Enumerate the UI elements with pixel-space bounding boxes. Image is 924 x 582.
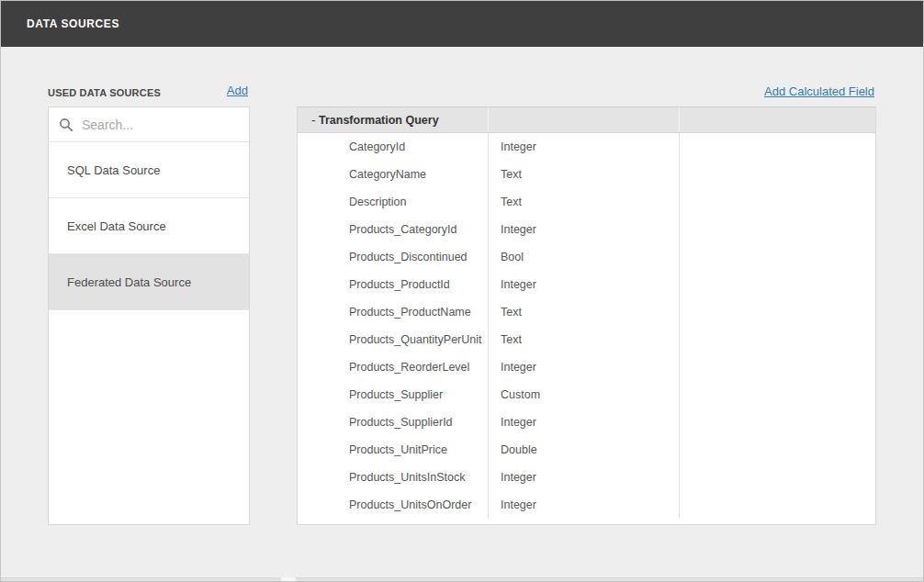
bottom-panel-gap xyxy=(281,577,296,581)
field-type: Custom xyxy=(488,381,679,409)
collapse-icon[interactable]: - xyxy=(298,113,319,128)
field-extra-cell xyxy=(679,133,875,161)
field-extra-cell xyxy=(679,436,875,464)
field-name: Products_Discontinued xyxy=(298,243,488,271)
data-source-label: Excel Data Source xyxy=(67,219,166,233)
field-row[interactable]: Products_ProductId Integer xyxy=(298,271,875,298)
field-extra-cell xyxy=(679,188,875,216)
search-input[interactable] xyxy=(82,118,238,132)
field-extra-cell xyxy=(679,326,875,353)
field-row[interactable]: Products_UnitsOnOrder Integer xyxy=(298,491,875,519)
field-extra-cell xyxy=(679,491,875,519)
field-name: Products_ReorderLevel xyxy=(298,353,488,381)
field-row[interactable]: Description Text xyxy=(298,188,875,216)
field-name: Description xyxy=(298,188,488,216)
field-type: Text xyxy=(488,161,679,188)
field-name: CategoryId xyxy=(298,133,488,161)
field-name: Products_Supplier xyxy=(298,381,488,409)
extra-header-cell xyxy=(679,107,875,132)
field-type: Integer xyxy=(488,216,679,243)
field-extra-cell xyxy=(679,216,875,243)
field-type: Bool xyxy=(488,243,679,271)
field-row[interactable]: Products_CategoryId Integer xyxy=(298,216,875,243)
field-extra-cell xyxy=(679,271,875,298)
add-calculated-field-link[interactable]: Add Calculated Field xyxy=(764,84,874,98)
field-row[interactable]: Products_SupplierId Integer xyxy=(298,409,875,436)
page-title: DATA SOURCES xyxy=(1,17,119,30)
field-type: Integer xyxy=(488,409,679,436)
bottom-panel-edge-right xyxy=(296,577,923,581)
field-row[interactable]: Products_ReorderLevel Integer xyxy=(298,353,875,381)
field-extra-cell xyxy=(679,298,875,326)
data-source-label: SQL Data Source xyxy=(67,163,160,177)
field-name: Products_CategoryId xyxy=(298,216,488,243)
search-icon xyxy=(59,118,73,132)
field-list-table: - Transformation Query CategoryId Intege… xyxy=(297,106,876,525)
add-data-source-link[interactable]: Add xyxy=(227,84,248,97)
field-type: Integer xyxy=(488,353,679,381)
used-data-sources-label: USED DATA SOURCES xyxy=(48,87,161,98)
data-source-list-item[interactable]: Excel Data Source xyxy=(49,198,249,254)
field-type: Double xyxy=(488,436,679,464)
field-type: Integer xyxy=(488,464,679,491)
field-name: Products_QuantityPerUnit xyxy=(298,326,488,353)
query-group-header[interactable]: - Transformation Query xyxy=(298,107,875,133)
field-extra-cell xyxy=(679,161,875,188)
query-group-cell: - Transformation Query xyxy=(298,107,488,132)
page-header: DATA SOURCES xyxy=(1,1,923,47)
field-extra-cell xyxy=(679,381,875,409)
query-group-title: Transformation Query xyxy=(319,114,439,127)
data-source-list-item[interactable]: Federated Data Source xyxy=(49,254,249,310)
field-type: Text xyxy=(488,188,679,216)
field-name: Products_ProductName xyxy=(298,298,488,326)
field-row[interactable]: Products_QuantityPerUnit Text xyxy=(298,326,875,353)
field-type: Integer xyxy=(488,491,679,519)
data-source-list-panel: SQL Data Source Excel Data Source Federa… xyxy=(48,106,250,525)
field-extra-cell xyxy=(679,464,875,491)
field-extra-cell xyxy=(679,409,875,436)
field-name: Products_UnitsInStock xyxy=(298,464,488,491)
field-row[interactable]: Products_Supplier Custom xyxy=(298,381,875,409)
field-type: Text xyxy=(488,326,679,353)
data-sources-page: DATA SOURCES USED DATA SOURCES Add Add C… xyxy=(0,0,924,582)
field-row[interactable]: Products_ProductName Text xyxy=(298,298,875,326)
field-extra-cell xyxy=(679,353,875,381)
type-header-cell xyxy=(488,107,679,132)
field-name: Products_UnitPrice xyxy=(298,436,488,464)
data-source-list-item[interactable]: SQL Data Source xyxy=(49,142,249,198)
field-row[interactable]: Products_Discontinued Bool xyxy=(298,243,875,271)
search-box[interactable] xyxy=(49,107,249,142)
field-name: Products_SupplierId xyxy=(298,409,488,436)
field-type: Text xyxy=(488,298,679,326)
field-type: Integer xyxy=(488,271,679,298)
field-row[interactable]: Products_UnitPrice Double xyxy=(298,436,875,464)
field-type: Integer xyxy=(488,133,679,161)
field-name: Products_ProductId xyxy=(298,271,488,298)
field-row[interactable]: CategoryName Text xyxy=(298,161,875,188)
bottom-panel-edge-left xyxy=(1,577,281,581)
field-row[interactable]: CategoryId Integer xyxy=(298,133,875,161)
field-row[interactable]: Products_UnitsInStock Integer xyxy=(298,464,875,491)
field-extra-cell xyxy=(679,243,875,271)
field-name: CategoryName xyxy=(298,161,488,188)
field-name: Products_UnitsOnOrder xyxy=(298,491,488,519)
data-source-label: Federated Data Source xyxy=(67,275,191,289)
